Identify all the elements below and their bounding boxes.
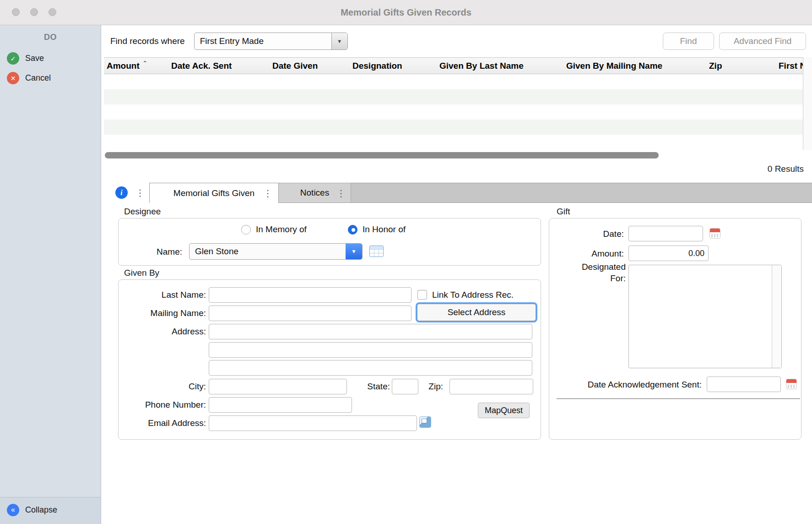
column-header-amount[interactable]: Amount ˆ (104, 58, 168, 74)
table-row (104, 104, 803, 120)
name-label: Name: (129, 247, 182, 257)
save-button[interactable]: ✓ Save (0, 52, 101, 65)
zip-field[interactable] (449, 379, 533, 394)
column-header-zip[interactable]: Zip (706, 58, 776, 74)
record-form: Designee In Memory of In Honor of Name: … (102, 203, 812, 524)
find-toolbar: Find records where First Entry Made ▼ Fi… (102, 27, 812, 55)
state-field[interactable] (392, 379, 418, 394)
tab-label: Notices (300, 188, 329, 198)
address-label: Address: (120, 327, 206, 337)
address-line-3-field[interactable] (209, 360, 532, 376)
last-name-field[interactable] (209, 287, 411, 303)
in-memory-of-radio[interactable]: In Memory of (241, 224, 307, 235)
last-name-label: Last Name: (120, 290, 206, 300)
radio-selected-icon[interactable] (348, 225, 357, 235)
column-label: Amount (107, 61, 140, 71)
column-header-date-given[interactable]: Date Given (270, 58, 350, 74)
kebab-menu-icon[interactable]: ⋮ (263, 189, 272, 198)
email-address-label: Email Address: (120, 418, 206, 428)
cancel-label: Cancel (25, 73, 51, 83)
column-header-first-name[interactable]: First N (776, 58, 803, 74)
column-header-given-by-mailing-name[interactable]: Given By Mailing Name (563, 58, 706, 74)
phone-number-label: Phone Number: (120, 400, 206, 410)
window-title: Memorial Gifts Given Records (0, 0, 812, 25)
link-to-address-checkbox[interactable] (417, 290, 427, 300)
in-honor-of-label: In Honor of (363, 224, 406, 235)
main-area: Find records where First Entry Made ▼ Fi… (102, 25, 812, 524)
city-label: City: (120, 382, 206, 392)
chevron-down-icon[interactable]: ▼ (346, 244, 362, 259)
state-label: State: (349, 382, 390, 392)
collapse-button[interactable]: « Collapse (0, 504, 101, 516)
designated-for-label: Designated For: (574, 261, 626, 284)
designee-section-label: Designee (124, 207, 161, 217)
table-row (104, 74, 803, 89)
app-window: Memorial Gifts Given Records DO ✓ Save ✕… (0, 0, 812, 524)
radio-unselected-icon[interactable] (241, 225, 251, 235)
table-row (104, 135, 803, 150)
tab-notices[interactable]: Notices ⋮ (279, 183, 351, 202)
kebab-menu-icon[interactable]: ⋮ (135, 188, 145, 197)
tab-memorial-gifts-given[interactable]: Memorial Gifts Given ⋮ (149, 183, 279, 203)
save-check-icon: ✓ (7, 52, 19, 65)
address-line-1-field[interactable] (209, 324, 532, 339)
column-header-date-ack-sent[interactable]: Date Ack. Sent (168, 58, 270, 74)
city-field[interactable] (209, 379, 347, 394)
cancel-button[interactable]: ✕ Cancel (0, 72, 101, 84)
date-acknowledgement-sent-field[interactable] (707, 377, 781, 392)
address-line-2-field[interactable] (209, 342, 532, 358)
column-label: Given By Mailing Name (566, 61, 662, 71)
select-address-button[interactable]: Select Address (417, 304, 536, 321)
sidebar-header: DO (0, 33, 101, 42)
table-row (104, 89, 803, 104)
sort-ascending-icon: ˆ (144, 60, 146, 69)
collapse-label: Collapse (25, 505, 57, 515)
find-records-where-label: Find records where (110, 36, 185, 46)
link-to-address-label: Link To Address Rec. (432, 290, 514, 300)
designated-for-field[interactable] (628, 265, 782, 368)
calendar-icon[interactable] (786, 379, 797, 389)
designee-name-value: Glen Stone (189, 244, 346, 259)
designee-name-dropdown[interactable]: Glen Stone ▼ (189, 243, 363, 260)
column-label: Designation (352, 61, 402, 71)
open-email-web-icon[interactable] (419, 416, 431, 428)
tab-label: Memorial Gifts Given (173, 188, 254, 198)
chevron-down-icon: ▼ (331, 33, 347, 49)
results-count: 0 Results (102, 163, 804, 175)
mapquest-button[interactable]: MapQuest (478, 403, 530, 418)
calendar-icon[interactable] (709, 228, 720, 239)
value-list-table-icon[interactable] (369, 246, 384, 257)
save-label: Save (25, 54, 44, 63)
mailing-name-field[interactable] (209, 306, 411, 321)
info-icon[interactable]: i (115, 186, 128, 199)
in-honor-of-radio[interactable]: In Honor of (348, 224, 406, 235)
date-acknowledgement-sent-label: Date Acknowledgement Sent: (559, 380, 702, 390)
table-header: Amount ˆ Date Ack. Sent Date Given Desig… (104, 57, 803, 74)
find-field-dropdown[interactable]: First Entry Made ▼ (194, 33, 348, 50)
column-label: First N (779, 61, 803, 71)
find-button[interactable]: Find (663, 33, 714, 50)
email-address-field[interactable] (209, 415, 417, 431)
gift-date-field[interactable] (628, 226, 703, 241)
column-label: Date Given (272, 61, 318, 71)
designated-for-scrollbar-track[interactable] (772, 265, 781, 368)
gift-amount-field[interactable] (628, 246, 709, 261)
sidebar-footer: « Collapse (0, 497, 101, 524)
column-header-designation[interactable]: Designation (350, 58, 437, 74)
titlebar: Memorial Gifts Given Records (0, 0, 812, 25)
table-vertical-scrollbar-track[interactable] (803, 57, 812, 150)
in-memory-of-label: In Memory of (256, 224, 307, 235)
column-label: Zip (709, 61, 722, 71)
phone-number-field[interactable] (209, 397, 352, 413)
column-label: Given By Last Name (439, 61, 524, 71)
table-horizontal-scrollbar-track[interactable] (104, 151, 810, 159)
kebab-menu-icon[interactable]: ⋮ (336, 189, 346, 198)
table-row (104, 120, 803, 135)
column-label: Date Ack. Sent (171, 61, 232, 71)
table-body (104, 74, 803, 150)
table-horizontal-scrollbar-thumb[interactable] (105, 152, 659, 158)
mailing-name-label: Mailing Name: (120, 308, 206, 318)
gift-amount-label: Amount: (559, 249, 624, 259)
column-header-given-by-last-name[interactable]: Given By Last Name (437, 58, 563, 74)
advanced-find-button[interactable]: Advanced Find (719, 33, 806, 50)
